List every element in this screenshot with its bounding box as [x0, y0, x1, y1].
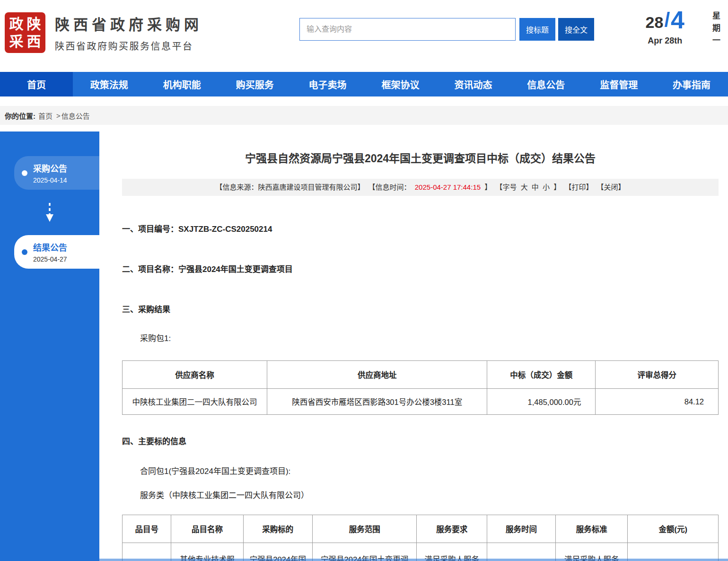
sidebar-item-date: 2025-04-27 — [33, 255, 67, 263]
site-logo[interactable]: 政 陕 采 西 — [5, 12, 45, 53]
date-slash: / — [664, 9, 670, 31]
meta-time-suffix: 】 — [484, 183, 491, 191]
breadcrumb: 你的位置: 首页 > 信息公告 — [0, 106, 728, 125]
bullet-icon — [22, 249, 27, 255]
column-header: 评审总得分 — [596, 361, 719, 389]
result-table-header-row: 供应商名称 供应商地址 中标（成交）金额 评审总得分 — [123, 361, 719, 389]
meta-fontsize-prefix: 【字号 — [495, 183, 517, 191]
meta-time-prefix: 【信息时间： — [368, 183, 411, 191]
article: 宁强县自然资源局宁强县2024年国土变更调查项目中标（成交）结果公告 【信息来源… — [99, 131, 728, 561]
nav-item-home[interactable]: 首页 — [0, 72, 73, 96]
meta-time-value: 2025-04-27 17:44:15 — [415, 183, 481, 191]
search-bar: 搜标题 搜全文 — [299, 18, 594, 41]
weekday-label: 星期一 — [710, 11, 721, 48]
sidebar-item-label: 结果公告 — [33, 241, 67, 253]
site-subtitle: 陕西省政府购买服务信息平台 — [55, 39, 202, 53]
site-title: 陕西省政府采购网 — [55, 13, 202, 34]
content-area: 采购公告 2025-04-14 结果公告 2025-04-27 宁强县自然资源局… — [0, 131, 728, 561]
column-header: 服务时间 — [487, 515, 556, 543]
detail-table: 品目号 品目名称 采购标的 服务范围 服务要求 服务时间 服务标准 金额(元) … — [122, 515, 719, 561]
table-row: 中陕核工业集团二一四大队有限公司 陕西省西安市雁塔区西影路301号办公楼3楼31… — [123, 389, 719, 415]
nav-item-purchase-services[interactable]: 购买服务 — [219, 72, 291, 96]
nav-item-news[interactable]: 资讯动态 — [437, 72, 509, 96]
supplier-address-cell: 陕西省西安市雁塔区西影路301号办公楼3楼311室 — [267, 389, 487, 415]
breadcrumb-separator: > — [56, 112, 61, 120]
column-header: 品目号 — [123, 515, 171, 543]
footer-strip — [0, 559, 728, 561]
sidebar: 采购公告 2025-04-14 结果公告 2025-04-27 — [0, 131, 99, 561]
section-project-number: 一、项目编号：SXJTZB-ZC-CS20250214 — [122, 222, 719, 234]
meta-close-button[interactable]: 【关闭】 — [597, 183, 625, 191]
article-meta-bar: 【信息来源：陕西嘉唐建设项目管理有限公司】 【信息时间： 2025-04-27 … — [122, 179, 719, 196]
column-header: 供应商地址 — [267, 361, 487, 389]
column-header: 供应商名称 — [123, 361, 267, 389]
logo-char: 采 — [9, 35, 24, 49]
nav-item-framework[interactable]: 框架协议 — [364, 72, 437, 96]
meta-fontsize-suffix: 】 — [553, 183, 561, 191]
search-input[interactable] — [299, 18, 516, 41]
column-header: 服务标准 — [555, 515, 627, 543]
meta-source: 【信息来源：陕西嘉唐建设项目管理有限公司】 — [215, 183, 364, 191]
date-month: 4 — [671, 6, 684, 34]
logo-char: 陕 — [27, 17, 41, 31]
result-table: 供应商名称 供应商地址 中标（成交）金额 评审总得分 中陕核工业集团二一四大队有… — [122, 360, 719, 415]
breadcrumb-label: 你的位置: — [5, 111, 35, 121]
nav-item-supervision[interactable]: 监督管理 — [582, 72, 655, 96]
bullet-icon — [22, 170, 27, 176]
column-header: 品目名称 — [171, 515, 243, 543]
breadcrumb-current-link[interactable]: 信息公告 — [61, 111, 90, 121]
date-day: 28 — [646, 13, 664, 32]
supplier-name-cell: 中陕核工业集团二一四大队有限公司 — [123, 389, 267, 415]
column-header: 中标（成交）金额 — [487, 361, 596, 389]
site-header: 政 陕 采 西 陕西省政府采购网 陕西省政府购买服务信息平台 搜标题 搜全文 2… — [0, 0, 728, 72]
sidebar-item-date: 2025-04-14 — [33, 176, 67, 184]
main-nav: 首页 政策法规 机构职能 购买服务 电子卖场 框架协议 资讯动态 信息公告 监督… — [0, 72, 728, 96]
nav-item-info-announcements[interactable]: 信息公告 — [509, 72, 582, 96]
meta-fontsize-small[interactable]: 小 — [543, 183, 550, 191]
logo-char: 政 — [9, 17, 24, 31]
section-bid-info: 四、主要标的信息 — [122, 435, 719, 447]
site-titles: 陕西省政府采购网 陕西省政府购买服务信息平台 — [55, 13, 202, 53]
sidebar-item-procurement-notice[interactable]: 采购公告 2025-04-14 — [14, 156, 99, 190]
sidebar-item-label: 采购公告 — [33, 162, 67, 174]
brand: 政 陕 采 西 陕西省政府采购网 陕西省政府购买服务信息平台 — [5, 12, 202, 53]
article-title: 宁强县自然资源局宁强县2024年国土变更调查项目中标（成交）结果公告 — [122, 149, 719, 166]
nav-item-guide[interactable]: 办事指南 — [655, 72, 728, 96]
contract-package-label: 合同包1(宁强县2024年国土变更调查项目): — [122, 465, 719, 476]
search-fulltext-button[interactable]: 搜全文 — [558, 18, 594, 41]
detail-table-header-row: 品目号 品目名称 采购标的 服务范围 服务要求 服务时间 服务标准 金额(元) — [123, 515, 719, 543]
review-score-cell: 84.12 — [596, 389, 719, 415]
column-header: 服务要求 — [417, 515, 487, 543]
sidebar-item-result-notice[interactable]: 结果公告 2025-04-27 — [14, 235, 99, 269]
award-amount-cell: 1,485,000.00元 — [487, 389, 596, 415]
date-display: 28 / 4 Apr 28th — [646, 9, 684, 46]
nav-item-org-functions[interactable]: 机构职能 — [146, 72, 219, 96]
column-header: 采购标的 — [243, 515, 312, 543]
nav-item-policy[interactable]: 政策法规 — [73, 72, 146, 96]
section-procurement-result: 三、采购结果 — [122, 303, 719, 315]
procurement-package-label: 采购包1: — [122, 332, 719, 343]
logo-char: 西 — [27, 35, 41, 49]
nav-item-emall[interactable]: 电子卖场 — [291, 72, 364, 96]
meta-print-button[interactable]: 【打印】 — [564, 183, 593, 191]
meta-fontsize-medium[interactable]: 中 — [532, 183, 539, 191]
service-category-label: 服务类（中陕核工业集团二一四大队有限公司） — [122, 489, 719, 500]
meta-fontsize-large[interactable]: 大 — [521, 183, 528, 191]
column-header: 服务范围 — [312, 515, 417, 543]
arrow-down-icon — [0, 202, 99, 223]
column-header: 金额(元) — [628, 515, 719, 543]
breadcrumb-home-link[interactable]: 首页 — [38, 111, 53, 121]
date-english: Apr 28th — [646, 36, 684, 46]
search-title-button[interactable]: 搜标题 — [519, 18, 555, 41]
section-project-name: 二、项目名称：宁强县2024年国土变更调查项目 — [122, 263, 719, 274]
